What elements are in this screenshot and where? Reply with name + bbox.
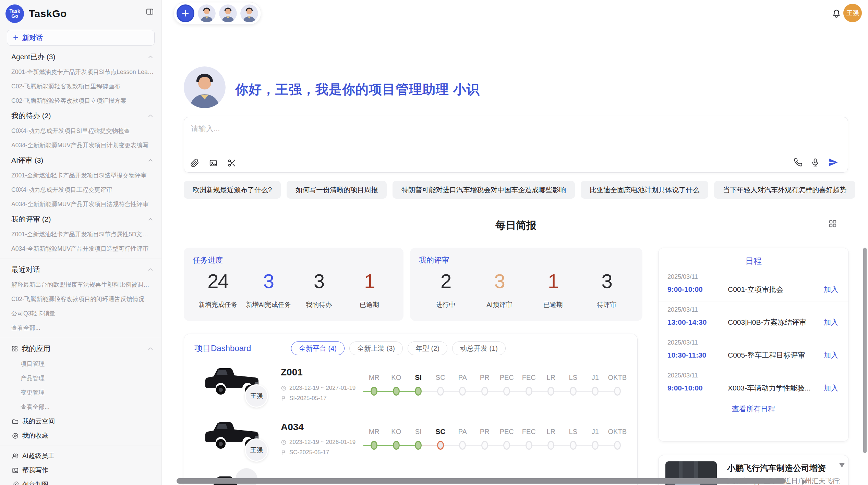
agent-avatar[interactable] [198, 4, 216, 22]
schedule-time: 10:30-11:30 [667, 351, 728, 359]
join-link[interactable]: 加入 [824, 285, 838, 294]
chat-input-card [184, 117, 848, 173]
sidebar-item[interactable]: Z001-全新燃油皮卡产品开发项目SI节点Lesson Learn报告 [0, 65, 161, 79]
phone-call-icon[interactable] [794, 158, 803, 167]
dashboard-tabs: 全新平台 (4) 全新上装 (3) 年型 (2) 动总开发 (1) [291, 341, 506, 355]
schedule-name: X003-车辆动力学性能验... [728, 383, 824, 393]
sidebar-item-project-mgmt[interactable]: 项目管理 [0, 357, 161, 371]
tab-new-body[interactable]: 全新上装 (3) [349, 341, 403, 355]
assistant-avatar [184, 66, 226, 108]
suggestion-chip[interactable]: 比亚迪全固态电池计划具体说了什么 [581, 181, 708, 199]
microphone-icon[interactable] [811, 158, 820, 167]
milestone-dot [570, 387, 577, 396]
sidebar-collapse-icon[interactable] [146, 8, 154, 16]
scroll-right-arrow-icon[interactable] [802, 479, 807, 485]
schedule-date: 2025/03/11 [667, 273, 838, 281]
stat: 3 待评审 [580, 270, 634, 309]
tab-powertrain[interactable]: 动总开发 (1) [452, 341, 506, 355]
tab-new-platform[interactable]: 全新平台 (4) [291, 341, 345, 355]
dashboard-title: 项目Dashboard [194, 343, 291, 354]
stat: 3 新增AI完成任务 [243, 270, 293, 309]
milestone-label: LS [562, 428, 584, 436]
schedule-name: C001-立项审批会 [728, 285, 824, 294]
clock-icon [281, 439, 287, 445]
chat-input[interactable] [191, 122, 739, 136]
horizontal-scrollbar-thumb[interactable] [177, 478, 786, 484]
sidebar-view-all-chats[interactable]: 查看全部... [0, 321, 161, 335]
scroll-down-arrow-icon[interactable] [839, 463, 845, 468]
schedule-title: 日程 [659, 248, 848, 269]
sidebar-item[interactable]: C0X4-动力总成开发项目工程变更评审 [0, 183, 161, 197]
notification-bell-icon[interactable] [832, 9, 841, 18]
new-chat-button[interactable]: 新对话 [7, 30, 155, 46]
schedule-date: 2025/03/11 [667, 372, 838, 379]
sidebar-section-ai-review[interactable]: AI评审 (3) [0, 152, 161, 168]
sidebar-item-creative-drawing[interactable]: 创意制图 [0, 477, 161, 485]
chevron-up-icon [147, 157, 154, 164]
sidebar-item[interactable]: A034-全新新能源MUV产品开发项目计划变更表编写 [0, 138, 161, 152]
sidebar-item[interactable]: C0X4-动力总成开发项目SI里程碑提交物检查 [0, 124, 161, 138]
project-code[interactable]: A034 [281, 422, 304, 433]
card-title: 任务进度 [193, 255, 395, 265]
join-link[interactable]: 加入 [824, 350, 838, 360]
sidebar-item-help-me-write[interactable]: 帮我写作 [0, 463, 161, 477]
project-date-range-row: 2023-12-19 ~ 2026-01-19 [281, 439, 355, 446]
schedule-date: 2025/03/11 [667, 306, 838, 313]
sidebar-section-my-review[interactable]: 我的评审 (2) [0, 211, 161, 227]
sidebar-section-recent-chats[interactable]: 最近对话 [0, 262, 161, 277]
schedule-time: 13:00-14:30 [667, 318, 728, 326]
milestone-label: PA [451, 428, 474, 436]
sidebar-section-agent-done[interactable]: Agent已办 (3) [0, 49, 161, 65]
app-title: TaskGo [29, 8, 67, 20]
join-link[interactable]: 加入 [824, 318, 838, 327]
user-avatar[interactable]: 王强 [843, 4, 862, 22]
sidebar-item[interactable]: 公司Q3轻卡销量 [0, 306, 161, 321]
sidebar-item[interactable]: 解释最新出台的欧盟报废车法规再生塑料比例被调至15%... [0, 277, 161, 292]
sidebar-item-ai-super-staff[interactable]: AI超级员工 [0, 449, 161, 463]
chevron-up-icon [147, 216, 154, 223]
milestone-label: FEC [518, 428, 540, 436]
layout-grid-icon[interactable] [828, 219, 837, 228]
image-upload-icon[interactable] [209, 159, 218, 167]
sidebar-item-product-mgmt[interactable]: 产品管理 [0, 371, 161, 385]
card-title: 我的评审 [419, 255, 634, 265]
sidebar-item-change-mgmt[interactable]: 变更管理 [0, 385, 161, 400]
sidebar-section-my-todo[interactable]: 我的待办 (2) [0, 108, 161, 124]
flag-icon [281, 396, 287, 401]
sidebar-item[interactable]: C02-飞腾新能源轻客改款项目里程碑画布 [0, 79, 161, 94]
sidebar-item[interactable]: A034-全新新能源MUV产品开发项目造型可行性评审 [0, 241, 161, 256]
chevron-up-icon [147, 266, 154, 273]
vertical-scrollbar-thumb[interactable] [863, 248, 867, 453]
agent-avatar[interactable] [240, 4, 258, 22]
sidebar-item[interactable]: C02-飞腾新能源轻客改款项目立项汇报方案 [0, 94, 161, 108]
milestone-label: MR [363, 374, 385, 382]
join-link[interactable]: 加入 [824, 383, 838, 393]
clock-icon [281, 385, 287, 391]
flag-icon [281, 450, 287, 456]
project-code[interactable]: Z001 [281, 367, 303, 378]
attachment-icon[interactable] [190, 159, 199, 167]
sidebar-item[interactable]: C02-飞腾新能源轻客改款项目的闭环通告反馈情况 [0, 292, 161, 306]
sidebar-item[interactable]: A034-全新新能源MUV产品开发项目法规符合性评审 [0, 197, 161, 211]
sidebar-section-my-apps[interactable]: 我的应用 [0, 341, 161, 357]
sidebar-item[interactable]: Z001-全新燃油轻卡产品开发项目SI节点属性5D文件评审 [0, 227, 161, 241]
logo-text-bottom: Go [11, 14, 18, 19]
sidebar-item-my-favorites[interactable]: 我的收藏 [0, 428, 161, 443]
tab-year-model[interactable]: 年型 (2) [408, 341, 447, 355]
image-icon [12, 467, 19, 474]
suggestion-chip[interactable]: 当下年轻人对汽车外观有怎样的喜好趋势 [714, 181, 855, 199]
suggestion-chip[interactable]: 如何写一份清晰的项目周报 [287, 181, 387, 199]
stat: 1 已逾期 [344, 270, 395, 309]
sidebar-view-all-apps[interactable]: 查看全部... [0, 400, 161, 414]
add-agent-button[interactable] [177, 4, 194, 22]
milestone-dot-done [371, 441, 377, 450]
view-all-schedule-link[interactable]: 查看所有日程 [659, 400, 848, 418]
suggestion-chip[interactable]: 特朗普可能对进口汽车增税会对中国车企造成哪些影响 [393, 181, 575, 199]
agent-avatar[interactable] [219, 4, 237, 22]
suggestion-chip[interactable]: 欧洲新规最近颁布了什么? [184, 181, 281, 199]
milestone-dot [437, 387, 444, 396]
send-icon[interactable] [828, 157, 838, 167]
sidebar-item[interactable]: Z001-全新燃油轻卡产品开发项目SI造型提交物评审 [0, 168, 161, 183]
scissors-icon[interactable] [227, 159, 236, 167]
sidebar-item-my-cloud[interactable]: 我的云空间 [0, 414, 161, 428]
